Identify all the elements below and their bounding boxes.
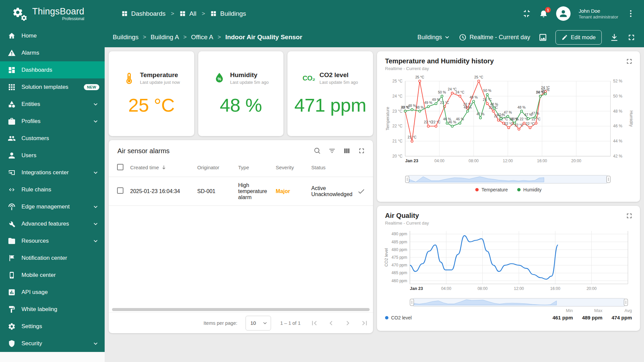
top-nav-all[interactable]: All [179, 10, 196, 17]
sidebar-item-settings[interactable]: Settings [0, 318, 105, 335]
co2-chart[interactable]: 490 ppm485 ppm480 ppm475 ppm470 ppm465 p… [384, 226, 633, 295]
notifications-button[interactable]: 1 [539, 9, 548, 18]
svg-text:21 °C: 21 °C [392, 139, 402, 143]
first-page-button[interactable] [310, 319, 319, 327]
legend-item-temperature[interactable]: Temperature [475, 187, 508, 192]
sidebar-item-label: Integrations center [21, 169, 86, 176]
last-page-button[interactable] [360, 319, 369, 327]
sidebar-item-notification-center[interactable]: Notification center [0, 249, 105, 266]
entity-select[interactable]: Buildings [418, 34, 451, 41]
home-icon [8, 32, 16, 40]
brand-name: ThingsBoard [32, 6, 84, 17]
chevron-down-icon[interactable] [92, 237, 99, 245]
col-created-time[interactable]: Created time [130, 165, 159, 170]
chart-range-slider[interactable] [405, 174, 610, 184]
image-gallery-icon[interactable] [538, 33, 547, 42]
brand-logo[interactable]: ThingsBoard Professional [0, 6, 105, 22]
row-checkbox[interactable] [117, 187, 123, 194]
user-block[interactable]: John Doe Tenant administrator [579, 8, 618, 19]
select-all-checkbox[interactable] [117, 164, 123, 170]
chevron-down-icon[interactable] [92, 118, 99, 125]
alarms-icon [8, 49, 16, 57]
avatar[interactable] [556, 6, 571, 21]
timewindow-button[interactable]: Realtime - Current day [459, 34, 530, 41]
legend-item-humidity[interactable]: Humidity [517, 187, 541, 192]
users-icon [8, 152, 16, 160]
fullscreen-icon[interactable] [358, 147, 366, 155]
col-severity[interactable]: Severity [276, 165, 311, 170]
page-size-select[interactable]: 10 [246, 316, 271, 330]
alarm-table-header: Created time Originator Type Severity St… [109, 158, 373, 177]
sidebar-item-mobile-center[interactable]: Mobile center [0, 266, 105, 284]
fullscreen-icon[interactable] [627, 33, 636, 42]
alarm-row[interactable]: 2025-01-23 16:04:34 SD-001 High temperat… [109, 177, 373, 206]
download-icon[interactable] [610, 33, 619, 42]
chart-title: Air Quality [385, 212, 429, 220]
acknowledge-icon[interactable] [357, 187, 365, 195]
sidebar-item-dashboards[interactable]: Dashboards [0, 61, 105, 78]
apps-icon [8, 83, 16, 91]
chart-subtitle: Realtime - Current day [385, 66, 494, 71]
edit-mode-button[interactable]: Edit mode [555, 30, 602, 45]
top-nav-buildings[interactable]: Buildings [210, 10, 246, 17]
alarms-toolbar [313, 147, 366, 155]
breadcrumb-item-buildings[interactable]: Buildings [113, 34, 139, 41]
sort-desc-icon[interactable] [161, 165, 167, 170]
grid-icon [210, 10, 217, 17]
sidebar-item-white-labeling[interactable]: White labeling [0, 301, 105, 318]
sidebar-item-label: Security [21, 340, 86, 347]
kpi-value: 25 °C [128, 94, 174, 116]
top-nav-dashboards[interactable]: Dashboards [121, 10, 165, 17]
breadcrumb-item-building-a[interactable]: Building A [151, 34, 179, 41]
sidebar-item-resources[interactable]: Resources [0, 232, 105, 249]
col-type[interactable]: Type [238, 165, 276, 170]
sidebar-item-customers[interactable]: Customers [0, 130, 105, 147]
col-originator[interactable]: Originator [197, 165, 238, 170]
breadcrumb-item-office-a[interactable]: Office A [191, 34, 213, 41]
sidebar-item-home[interactable]: Home [0, 27, 105, 44]
chevron-down-icon[interactable] [92, 169, 99, 176]
sidebar-item-entities[interactable]: Entities [0, 96, 105, 113]
fullscreen-icon[interactable] [625, 57, 633, 65]
sidebar-item-edge-management[interactable]: Edge management [0, 198, 105, 215]
toolbar-actions: Buildings Realtime - Current day Edit mo… [418, 30, 636, 45]
next-page-button[interactable] [343, 319, 352, 327]
sidebar-item-advanced-features[interactable]: Advanced features [0, 215, 105, 232]
fullscreen-icon[interactable] [625, 212, 633, 220]
search-icon[interactable] [313, 147, 321, 155]
sidebar: HomeAlarmsDashboardsSolution templatesNE… [0, 27, 105, 362]
sidebar-item-label: Home [21, 33, 99, 39]
exit-fullscreen-icon[interactable] [522, 9, 531, 18]
svg-text:50 %: 50 % [541, 88, 549, 92]
legend-item-co2-level[interactable]: CO2 level [385, 315, 412, 320]
user-role: Tenant administrator [579, 14, 618, 19]
sidebar-item-alarms[interactable]: Alarms [0, 44, 105, 61]
filter-icon[interactable] [328, 147, 336, 155]
svg-text:Temperature: Temperature [385, 107, 390, 130]
sidebar-item-rule-chains[interactable]: Rule chains [0, 181, 105, 198]
kpi-text: HumidityLast update 5m ago [230, 71, 269, 85]
sidebar-item-api-usage[interactable]: API usage [0, 284, 105, 301]
sidebar-item-users[interactable]: Users [0, 147, 105, 164]
svg-text:08:00: 08:00 [478, 286, 488, 291]
sidebar-item-integrations-center[interactable]: Integrations center [0, 164, 105, 181]
legend-label: Temperature [481, 187, 508, 192]
prev-page-button[interactable] [327, 319, 335, 327]
chevron-down-icon[interactable] [92, 101, 99, 108]
person-icon [559, 9, 568, 18]
chevron-down-icon[interactable] [92, 220, 99, 228]
chevron-down-icon[interactable] [92, 203, 99, 210]
sidebar-item-label: White labeling [21, 306, 99, 313]
sidebar-item-profiles[interactable]: Profiles [0, 113, 105, 130]
chart-range-slider[interactable] [410, 297, 628, 307]
sidebar-item-solution-templates[interactable]: Solution templatesNEW [0, 78, 105, 96]
chevron-down-icon[interactable] [92, 340, 99, 347]
advanced-icon [8, 220, 16, 228]
more-menu-icon[interactable] [626, 9, 635, 18]
temp-humidity-chart[interactable]: 25 °C52 %24 °C50 %23 °C48 %22 °C46 %21 °… [384, 72, 633, 172]
app-root: ThingsBoard Professional Dashboards>All>… [0, 0, 644, 362]
col-status[interactable]: Status [311, 165, 338, 170]
columns-icon[interactable] [343, 147, 351, 155]
horizontal-scrollbar[interactable] [112, 308, 370, 311]
sidebar-item-security[interactable]: Security [0, 335, 105, 352]
